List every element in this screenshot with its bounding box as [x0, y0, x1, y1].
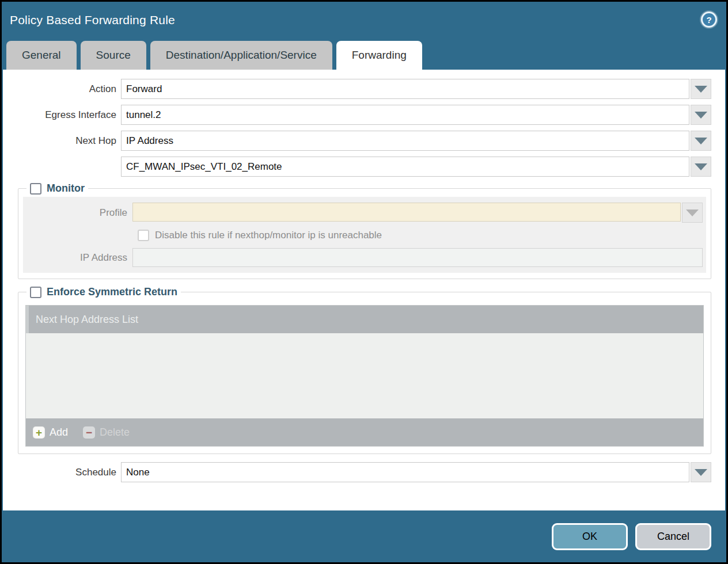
action-row: Action — [3, 79, 725, 99]
action-dropdown-button[interactable] — [691, 79, 711, 99]
tab-destination-application-service[interactable]: Destination/Application/Service — [150, 41, 332, 70]
next-hop-address-dropdown-button[interactable] — [691, 157, 711, 177]
action-input[interactable] — [121, 79, 689, 99]
egress-interface-row: Egress Interface — [3, 105, 725, 125]
egress-interface-dropdown-button[interactable] — [691, 105, 711, 125]
action-label: Action — [3, 83, 121, 95]
minus-icon: − — [83, 426, 95, 439]
dialog-titlebar: Policy Based Forwarding Rule ? — [2, 2, 726, 40]
profile-row: Profile — [23, 203, 703, 223]
help-icon[interactable]: ? — [701, 12, 717, 28]
enforce-symmetric-return-section: Enforce Symmetric Return Next Hop Addres… — [18, 286, 711, 454]
add-button[interactable]: + Add — [33, 426, 68, 439]
egress-interface-input[interactable] — [121, 105, 689, 125]
chevron-down-icon — [695, 469, 707, 476]
add-button-label: Add — [50, 426, 68, 439]
egress-interface-label: Egress Interface — [3, 109, 121, 121]
disable-rule-checkbox — [138, 230, 149, 241]
next-hop-type-input[interactable] — [121, 131, 689, 151]
chevron-down-icon — [695, 112, 707, 119]
monitor-ip-address-input — [132, 248, 703, 267]
next-hop-address-list-toolbar: + Add − Delete — [26, 418, 703, 446]
monitor-panel: Profile Disable this rule if nexthop/mon… — [23, 197, 706, 273]
chevron-down-icon — [686, 209, 699, 216]
chevron-down-icon — [695, 163, 707, 170]
cancel-button[interactable]: Cancel — [635, 523, 711, 550]
delete-button-label: Delete — [100, 426, 130, 439]
schedule-dropdown-button[interactable] — [691, 462, 711, 482]
dialog-footer: OK Cancel — [2, 510, 726, 563]
next-hop-address-list-header: Next Hop Address List — [26, 306, 703, 333]
next-hop-address-input[interactable] — [121, 157, 689, 177]
pbf-rule-dialog: Policy Based Forwarding Rule ? General S… — [0, 0, 728, 564]
forwarding-tab-panel: Action Egress Interface Next Hop — [3, 70, 725, 510]
next-hop-row: Next Hop — [3, 131, 725, 151]
schedule-input[interactable] — [121, 462, 689, 482]
schedule-row: Schedule — [3, 462, 725, 482]
monitor-section-title: Monitor — [47, 182, 85, 195]
plus-icon: + — [33, 426, 45, 439]
chevron-down-icon — [695, 138, 707, 144]
enforce-symmetric-return-checkbox[interactable] — [30, 287, 41, 298]
profile-dropdown-button — [682, 203, 703, 223]
monitor-checkbox[interactable] — [30, 183, 41, 195]
tab-general[interactable]: General — [6, 41, 77, 70]
tab-forwarding[interactable]: Forwarding — [336, 41, 422, 70]
next-hop-dropdown-button[interactable] — [691, 131, 711, 151]
chevron-down-icon — [695, 86, 707, 93]
ok-button[interactable]: OK — [552, 523, 628, 550]
profile-label: Profile — [23, 207, 132, 219]
dialog-title: Policy Based Forwarding Rule — [10, 13, 726, 27]
disable-rule-label: Disable this rule if nexthop/monitor ip … — [155, 230, 382, 241]
monitor-ip-address-row: IP Address — [23, 248, 703, 267]
enforce-symmetric-return-title: Enforce Symmetric Return — [47, 286, 177, 298]
next-hop-address-row — [3, 157, 725, 177]
monitor-section: Monitor Profile Disable this rule if nex… — [18, 182, 711, 279]
monitor-ip-address-label: IP Address — [23, 252, 132, 264]
help-icon-glyph: ? — [706, 15, 711, 25]
tab-bar: General Source Destination/Application/S… — [2, 40, 726, 70]
delete-button: − Delete — [83, 426, 130, 439]
next-hop-address-list-body[interactable] — [26, 333, 703, 418]
profile-input — [132, 203, 681, 222]
schedule-label: Schedule — [3, 467, 121, 478]
disable-rule-row: Disable this rule if nexthop/monitor ip … — [138, 230, 703, 241]
next-hop-address-table: Next Hop Address List + Add − Delete — [25, 305, 704, 447]
next-hop-address-list-header-label: Next Hop Address List — [36, 314, 138, 326]
tab-source[interactable]: Source — [81, 41, 146, 70]
next-hop-label: Next Hop — [3, 135, 121, 147]
